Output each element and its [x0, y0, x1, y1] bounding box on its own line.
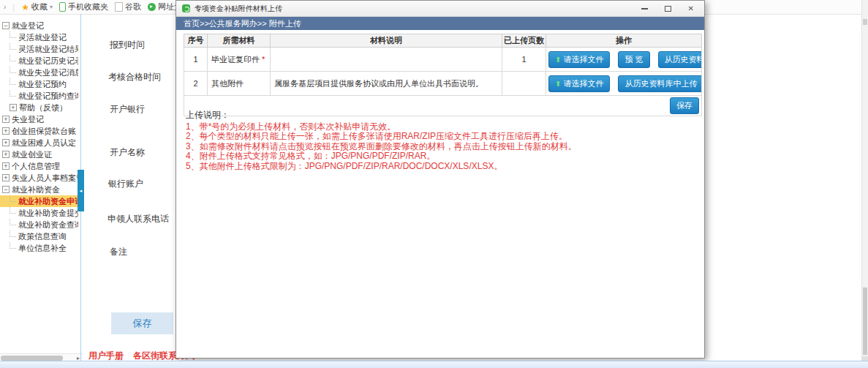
star-icon: ★: [21, 3, 29, 12]
expand-plus-icon[interactable]: +: [2, 162, 10, 170]
uploaded-pages: [502, 72, 546, 96]
tree-line: [10, 43, 16, 50]
sidebar-item-register-appointment[interactable]: 就业登记预约: [0, 78, 78, 90]
actions-cell: ⬆请选择文件 预 览 从历史资料库中上传: [546, 48, 702, 72]
sidebar-item-flexible-result-query[interactable]: 灵活就业登记结果查询: [0, 43, 78, 55]
tree-line: [10, 67, 16, 73]
expand-plus-icon[interactable]: +: [2, 127, 10, 135]
expand-plus-icon[interactable]: +: [2, 151, 10, 158]
phone-favorites-button[interactable]: 手机收藏夹: [59, 1, 108, 12]
expand-plus-icon[interactable]: +: [2, 174, 10, 181]
sidebar-tree: − 就业登记 灵活就业登记 灵活就业登记结果查询 就业登记历史记录 就业失业登记…: [0, 14, 78, 359]
material-description: [271, 48, 502, 72]
sidebar-item-policy-query[interactable]: 政策信息查询: [0, 230, 78, 242]
scroll-up-icon[interactable]: [863, 19, 867, 25]
bank-account-label: 银行账户: [108, 178, 143, 190]
upload-arrow-icon: ⬆: [555, 80, 561, 88]
splitter-handle[interactable]: ◂: [78, 170, 84, 211]
tree-line: [10, 242, 16, 249]
instruction-line: 2、每个类型的材料只能上传一张，如需上传多张请使用RAR/ZIP压缩文件工具进行…: [186, 132, 577, 142]
sidebar-item-personnel-archives[interactable]: + 失业人员人事档案管理: [0, 172, 78, 184]
breadcrumb: 首页>>公共服务网办>> 附件上传: [176, 17, 704, 30]
sidebar-item-unemployment-notice[interactable]: 就业失业登记消息通知: [0, 67, 78, 78]
caret-down-icon: ▾: [50, 4, 53, 10]
google-bookmark[interactable]: 谷歌: [115, 1, 141, 12]
phone-favorites-label: 手机收藏夹: [68, 1, 108, 12]
sidebar-item-subsidy-submit[interactable]: 就业补助资金提交: [0, 207, 78, 219]
sidebar-item-subsidy-fund[interactable]: − 就业补助资金: [0, 184, 78, 195]
sidebar-item-guaranteed-loan-ledger[interactable]: + 创业担保贷款台账: [0, 125, 78, 137]
upload-from-history-button[interactable]: 从历史资料库中上传: [658, 51, 702, 68]
attachments-table: 序号 所需材料 材料说明 已上传页数 操作 1 毕业证复印件 * 1 ⬆请选择文…: [184, 34, 702, 116]
tree-line: [10, 219, 16, 225]
choose-file-button[interactable]: ⬆请选择文件: [548, 51, 610, 68]
phone-icon: [59, 2, 66, 12]
expand-plus-icon[interactable]: +: [10, 104, 17, 111]
toolbar-divider: |: [12, 3, 15, 12]
google-label: 谷歌: [125, 1, 141, 12]
window-title: 专项资金补贴附件材料上传: [195, 4, 637, 14]
sidebar-item-help-feedback[interactable]: + 帮助（反馈）: [0, 102, 78, 113]
expand-plus-icon[interactable]: +: [2, 116, 10, 123]
favorites-button[interactable]: ★ 收藏 ▾: [21, 1, 53, 12]
uploaded-pages: 1: [502, 48, 546, 72]
row-no: 2: [184, 72, 208, 96]
nav-globe-icon: [148, 3, 156, 11]
tree-line: [10, 55, 16, 61]
actions-cell: ⬆请选择文件 从历史资料库中上传: [546, 72, 702, 96]
table-row: 2 其他附件 属服务基层项目提供服务协议或由用人单位出具书面说明。 ⬆请选择文件…: [184, 72, 702, 96]
save-button[interactable]: 保存: [670, 97, 699, 114]
status-bar: [0, 361, 868, 368]
window-controls: ✕: [641, 5, 694, 12]
sidebar-item-employment-register[interactable]: − 就业登记: [0, 20, 78, 31]
instruction-line: 4、附件上传格式支持常见格式，如：JPG/PNG/PDF/ZIP/RAR。: [186, 151, 577, 162]
table-row: 1 毕业证复印件 * 1 ⬆请选择文件 预 览 从历史资料库中上传: [184, 48, 702, 72]
collapse-minus-icon[interactable]: −: [2, 186, 10, 193]
sidebar-item-unemployment-register[interactable]: + 失业登记: [0, 113, 78, 125]
sidebar-item-unit-info-complete[interactable]: 单位信息补全: [0, 242, 78, 254]
minimize-icon[interactable]: [641, 8, 648, 10]
tree-line: [10, 195, 16, 202]
col-header-description: 材料说明: [271, 34, 502, 48]
collapse-minus-icon[interactable]: −: [2, 22, 10, 29]
assessment-pass-time-label: 考核合格时间: [108, 71, 161, 83]
tree-line: [10, 230, 16, 237]
scrollbar-thumb[interactable]: [863, 288, 867, 355]
page-icon: [115, 2, 123, 12]
upload-instructions: 上传说明： 1、带*号的为必须上传材料，否则本次补贴申请无效。 2、每个类型的材…: [186, 110, 577, 171]
instructions-title: 上传说明：: [186, 110, 577, 121]
expand-plus-icon[interactable]: +: [2, 139, 10, 146]
sidebar-item-subsidy-query[interactable]: 就业补助资金查询: [0, 219, 78, 230]
choose-file-button[interactable]: ⬆请选择文件: [548, 75, 610, 92]
sidebar-item-subsidy-apply[interactable]: 就业补助资金申请: [0, 195, 78, 207]
upload-from-history-button[interactable]: 从历史资料库中上传: [618, 75, 701, 92]
col-header-pages: 已上传页数: [502, 34, 546, 48]
remark-label: 备注: [110, 246, 127, 258]
sidebar-item-register-history[interactable]: 就业登记历史记录: [0, 55, 78, 67]
sidebar-item-entrepreneurship-cert[interactable]: + 就业创业证: [0, 149, 78, 160]
scrollbar-thumb[interactable]: [1, 356, 63, 361]
attachment-upload-window: 专项资金补贴附件材料上传 ✕ 首页>>公共服务网办>> 附件上传 序号 所需材料…: [176, 0, 705, 358]
sidebar-item-difficulty-identification[interactable]: + 就业困难人员认定: [0, 137, 78, 149]
account-name-label: 开户名称: [110, 146, 145, 159]
report-time-label: 报到时间: [110, 39, 145, 51]
tree-line: [10, 31, 16, 38]
preview-button[interactable]: 预 览: [618, 51, 649, 68]
page-save-button[interactable]: 保存: [111, 312, 173, 334]
browser-vertical-scrollbar[interactable]: [861, 0, 868, 368]
close-icon[interactable]: ✕: [688, 5, 694, 12]
collapse-bookmarks-icon[interactable]: ›: [4, 3, 6, 11]
col-header-material: 所需材料: [208, 34, 271, 48]
maximize-icon[interactable]: [665, 6, 671, 12]
required-mark: *: [262, 55, 265, 64]
instruction-line: 3、如需修改附件材料请点击预览按钮在预览界面删除要修改的材料，再点击上传按钮上传…: [186, 142, 577, 152]
sidebar-item-flexible-employment[interactable]: 灵活就业登记: [0, 31, 78, 43]
sidebar-item-personal-info[interactable]: + 个人信息管理: [0, 160, 78, 172]
col-header-actions: 操作: [546, 34, 702, 48]
instruction-line: 5、其他附件上传格式限制为：JPG/PNG/PDF/ZIP/RAR/DOC/DO…: [186, 162, 577, 172]
sidebar-item-appointment-query[interactable]: 就业登记预约查询: [0, 90, 78, 102]
applicant-phone-label: 申领人联系电话: [107, 213, 169, 225]
tree-line: [10, 78, 16, 85]
splitter-collapse-icon: ◂: [80, 188, 83, 194]
window-titlebar[interactable]: 专项资金补贴附件材料上传 ✕: [176, 1, 704, 17]
